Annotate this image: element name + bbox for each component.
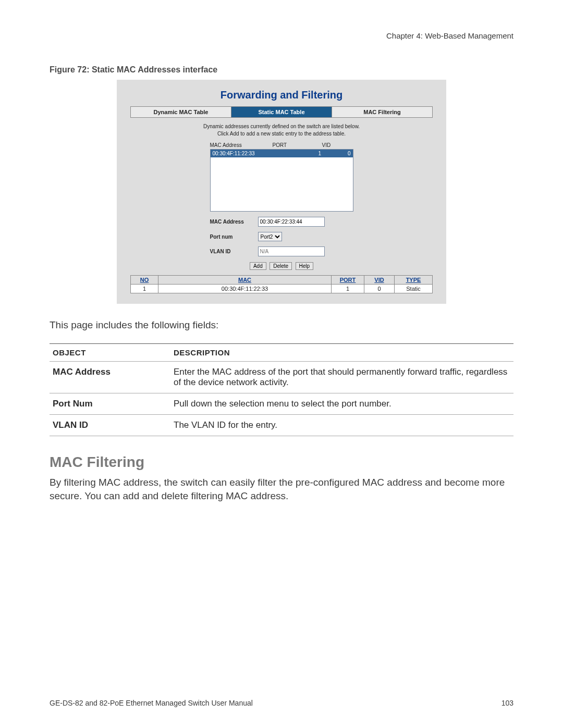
listbox-row-selected[interactable]: 00:30:4F:11:22:33 1 0	[211, 150, 353, 157]
result-port: 1	[332, 285, 364, 293]
info-line1: Dynamic addresses currently defined on t…	[203, 124, 360, 129]
desc-object: VLAN ID	[50, 415, 170, 436]
delete-button[interactable]	[270, 262, 292, 270]
desc-header-description: DESCRIPTION	[170, 344, 513, 362]
screenshot-panel: Forwarding and Filtering Dynamic MAC Tab…	[117, 80, 446, 304]
description-table: OBJECT DESCRIPTION MAC Address Enter the…	[50, 343, 513, 436]
vlan-id-label: VLAN ID	[210, 249, 258, 254]
result-mac: 00:30:4F:11:22:33	[158, 285, 332, 293]
desc-description: Enter the MAC address of the port that s…	[170, 362, 513, 393]
vlan-id-input[interactable]	[258, 246, 325, 256]
desc-header-object: OBJECT	[50, 344, 170, 362]
add-button[interactable]	[250, 262, 266, 270]
desc-description: Pull down the selection menu to select t…	[170, 393, 513, 415]
screenshot-tabs: Dynamic MAC Table Static MAC Table MAC F…	[130, 106, 433, 118]
result-header-vid[interactable]: VID	[364, 276, 395, 285]
desc-object: Port Num	[50, 393, 170, 415]
listbox-vid: 0	[323, 150, 353, 157]
tab-mac-filtering[interactable]: MAC Filtering	[332, 107, 433, 118]
listbox-port: 1	[273, 150, 323, 157]
section-heading: MAC Filtering	[50, 454, 513, 471]
col-vid: VID	[322, 142, 353, 148]
address-listbox[interactable]: 00:30:4F:11:22:33 1 0	[210, 149, 353, 212]
form-row-vlan: VLAN ID	[210, 246, 353, 256]
screenshot-title: Forwarding and Filtering	[130, 89, 433, 101]
button-row	[210, 261, 353, 270]
result-no: 1	[131, 285, 158, 293]
desc-object: MAC Address	[50, 362, 170, 393]
figure-caption: Figure 72: Static MAC Addresses interfac…	[50, 65, 513, 75]
page: Chapter 4: Web-Based Management Figure 7…	[0, 0, 563, 728]
result-table: NO MAC PORT VID TYPE 1 00:30:4F:11:22:33…	[130, 275, 433, 293]
chapter-header: Chapter 4: Web-Based Management	[50, 31, 513, 40]
result-header-port[interactable]: PORT	[332, 276, 364, 285]
result-header-type[interactable]: TYPE	[395, 276, 433, 285]
footer-page-number: 103	[501, 699, 513, 707]
form-row-mac: MAC Address	[210, 217, 353, 227]
col-port: PORT	[273, 142, 322, 148]
port-num-label: Port num	[210, 234, 258, 240]
help-button[interactable]	[296, 262, 314, 270]
desc-row: Port Num Pull down the selection menu to…	[50, 393, 513, 415]
screenshot-midblock: MAC Address PORT VID 00:30:4F:11:22:33 1…	[210, 142, 353, 270]
result-row: 1 00:30:4F:11:22:33 1 0 Static	[131, 285, 433, 293]
info-line2: Click Add to add a new static entry to t…	[217, 131, 346, 137]
desc-row: VLAN ID The VLAN ID for the entry.	[50, 415, 513, 436]
desc-row: MAC Address Enter the MAC address of the…	[50, 362, 513, 393]
mac-address-input[interactable]	[258, 217, 325, 227]
form-row-port: Port num Port2	[210, 232, 353, 241]
intro-text: This page includes the following fields:	[50, 319, 513, 331]
listbox-mac: 00:30:4F:11:22:33	[211, 150, 273, 157]
tab-static-mac[interactable]: Static MAC Table	[231, 107, 332, 118]
footer-left: GE-DS-82 and 82-PoE Ethernet Managed Swi…	[50, 699, 253, 707]
port-num-select[interactable]: Port2	[258, 232, 282, 241]
listbox-headers: MAC Address PORT VID	[210, 142, 353, 148]
tab-dynamic-mac[interactable]: Dynamic MAC Table	[131, 107, 231, 118]
desc-description: The VLAN ID for the entry.	[170, 415, 513, 436]
result-header-mac[interactable]: MAC	[158, 276, 332, 285]
result-header-no[interactable]: NO	[131, 276, 158, 285]
result-vid: 0	[364, 285, 395, 293]
page-footer: GE-DS-82 and 82-PoE Ethernet Managed Swi…	[50, 699, 513, 707]
col-mac: MAC Address	[210, 142, 273, 148]
result-type: Static	[395, 285, 433, 293]
mac-address-label: MAC Address	[210, 219, 258, 225]
section-body: By filtering MAC address, the switch can…	[50, 476, 513, 502]
screenshot-info: Dynamic addresses currently defined on t…	[130, 123, 433, 137]
